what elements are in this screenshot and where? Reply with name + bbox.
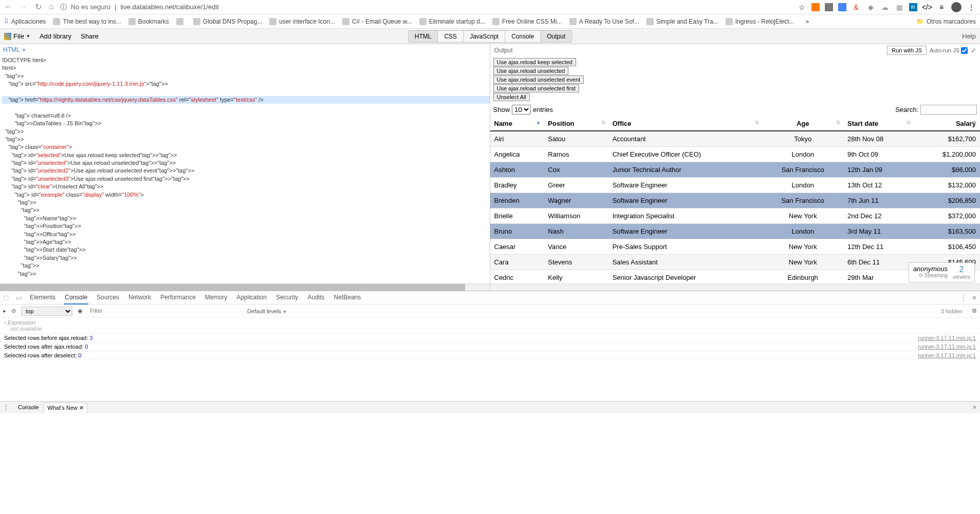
share-button[interactable]: Share bbox=[81, 32, 99, 40]
ext-icon-7[interactable]: ▦ bbox=[895, 3, 904, 12]
reload-button[interactable]: ↻ bbox=[35, 2, 42, 12]
bookmark-item[interactable]: Ingreso - RelojElect... bbox=[726, 18, 794, 25]
bookmark-overflow[interactable]: » bbox=[805, 18, 809, 25]
eye-icon[interactable]: ◉ bbox=[78, 308, 83, 314]
ext-icon-6[interactable]: ☁ bbox=[880, 3, 890, 12]
run-with-js-button[interactable]: Run with JS bbox=[887, 46, 927, 55]
other-bookmarks[interactable]: 📁 Otros marcadores bbox=[916, 18, 976, 25]
table-row[interactable]: AngelicaRamosChief Executive Officer (CE… bbox=[490, 147, 981, 162]
context-select[interactable]: top bbox=[21, 307, 72, 316]
url-bar[interactable]: ⓘ No es seguro | live.datatables.net/cal… bbox=[60, 3, 791, 12]
devtools-tab-netbeans[interactable]: NetBeans bbox=[333, 291, 362, 304]
console-input-area[interactable] bbox=[0, 360, 980, 401]
column-header[interactable]: Salary bbox=[914, 117, 980, 131]
back-button[interactable]: ← bbox=[4, 2, 12, 12]
drawer-tab[interactable]: Console bbox=[15, 403, 42, 413]
table-row[interactable]: AshtonCoxJunior Technical AuthorSan Fran… bbox=[490, 162, 981, 178]
settings-icon[interactable]: ⚙ bbox=[972, 308, 977, 314]
expression-bar[interactable]: › Expression not available bbox=[0, 318, 980, 334]
bookmark-item[interactable]: Free Online CSS Mi... bbox=[492, 18, 562, 25]
search-input[interactable] bbox=[920, 105, 977, 115]
star-icon[interactable]: ☆ bbox=[797, 3, 806, 12]
filter-input[interactable] bbox=[88, 307, 242, 315]
ext-icon-10[interactable]: ≡ bbox=[937, 3, 946, 12]
clear-console-icon[interactable]: ⊘ bbox=[11, 308, 16, 314]
devtools-tab-application[interactable]: Application bbox=[235, 291, 268, 304]
table-row[interactable]: CaraStevensSales AssistantNew York6th De… bbox=[490, 255, 981, 270]
ext-icon-3[interactable] bbox=[838, 3, 846, 11]
viewers-badge[interactable]: anonymous ⟳ Streaming 2 viewers bbox=[909, 262, 975, 282]
home-button[interactable]: ⌂ bbox=[49, 2, 54, 12]
autorun-checkbox[interactable]: Auto-run JS bbox=[930, 47, 968, 54]
column-header[interactable]: Position bbox=[544, 117, 608, 131]
file-menu[interactable]: File ▼ bbox=[4, 32, 30, 40]
code-pane-header[interactable]: HTML ▼ bbox=[0, 44, 490, 55]
demo-button[interactable]: Use ajax.reload unselected event bbox=[493, 75, 584, 84]
panel-tab-css[interactable]: CSS bbox=[438, 31, 464, 42]
forward-button[interactable]: → bbox=[20, 2, 28, 12]
output-scrollbar[interactable] bbox=[490, 283, 981, 291]
devtools-tab-performance[interactable]: Performance bbox=[159, 291, 197, 304]
devtools-tab-network[interactable]: Network bbox=[127, 291, 152, 304]
bookmark-item[interactable]: Eliminate startup d... bbox=[419, 18, 485, 25]
table-row[interactable]: BrielleWilliamsonIntegration SpecialistN… bbox=[490, 208, 981, 224]
panel-tab-output[interactable]: Output bbox=[541, 31, 571, 42]
bookmark-item[interactable] bbox=[176, 18, 186, 25]
bookmark-item[interactable]: Bookmarks bbox=[128, 18, 169, 25]
sidebar-toggle-icon[interactable]: ▸ bbox=[3, 308, 6, 314]
table-row[interactable]: AiriSatouAccountantTokyo28th Nov 08$162,… bbox=[490, 131, 981, 147]
table-row[interactable]: BrendenWagnerSoftware EngineerSan Franci… bbox=[490, 193, 981, 208]
bookmark-item[interactable]: C# - Email Queue w... bbox=[342, 18, 412, 25]
device-icon[interactable]: ▭ bbox=[16, 294, 22, 301]
inspect-icon[interactable]: ⬚ bbox=[3, 294, 9, 301]
code-editor[interactable]: !DOCTYPE html>html> "tag">> "tag"> src="… bbox=[0, 55, 490, 283]
devtools-tab-console[interactable]: Console bbox=[64, 291, 88, 304]
horizontal-scrollbar[interactable] bbox=[0, 283, 490, 291]
devtools-tab-audits[interactable]: Audits bbox=[306, 291, 325, 304]
demo-button[interactable]: Use ajax.reload unselected first bbox=[493, 84, 579, 92]
add-library-button[interactable]: Add library bbox=[40, 32, 71, 40]
fullscreen-icon[interactable]: ⤢ bbox=[971, 47, 976, 54]
devtools-tab-sources[interactable]: Sources bbox=[96, 291, 120, 304]
ext-icon-8[interactable]: in bbox=[909, 3, 917, 11]
levels-select[interactable]: Default levels ▼ bbox=[247, 308, 287, 314]
column-header[interactable]: Office bbox=[608, 117, 763, 131]
source-link[interactable]: runner-3.17.11.min.js:1 bbox=[918, 352, 976, 358]
devtools-menu-icon[interactable]: ⋮ bbox=[960, 294, 967, 301]
column-header[interactable]: Start date bbox=[843, 117, 914, 131]
ext-icon-4[interactable]: & bbox=[852, 3, 861, 12]
column-header[interactable]: Name bbox=[490, 117, 544, 131]
panel-tab-console[interactable]: Console bbox=[505, 31, 541, 42]
drawer-close-icon[interactable]: ✕ bbox=[972, 404, 977, 411]
demo-button[interactable]: Unselect All bbox=[493, 93, 530, 101]
ext-icon-9[interactable]: </> bbox=[922, 3, 932, 12]
bookmark-item[interactable]: Simple and Easy Tra... bbox=[646, 18, 718, 25]
menu-icon[interactable]: ⋮ bbox=[967, 3, 976, 12]
panel-tab-javascript[interactable]: JavaScript bbox=[464, 31, 505, 42]
source-link[interactable]: runner-3.17.11.min.js:1 bbox=[918, 344, 976, 350]
drawer-menu-icon[interactable]: ⋮ bbox=[3, 404, 9, 411]
table-row[interactable]: CedricKellySenior Javascript DeveloperEd… bbox=[490, 270, 981, 284]
length-select[interactable]: 10 bbox=[512, 105, 531, 115]
bookmark-item[interactable]: Global DNS Propag... bbox=[193, 18, 262, 25]
devtools-tab-security[interactable]: Security bbox=[275, 291, 299, 304]
devtools-tab-memory[interactable]: Memory bbox=[204, 291, 228, 304]
devtools-tab-elements[interactable]: Elements bbox=[29, 291, 57, 304]
panel-tab-html[interactable]: HTML bbox=[409, 31, 438, 42]
devtools-close-icon[interactable]: ✕ bbox=[972, 294, 977, 301]
demo-button[interactable]: Use ajax.reload unselected bbox=[493, 67, 569, 75]
help-link[interactable]: Help bbox=[962, 32, 976, 40]
ext-icon-5[interactable]: ◆ bbox=[866, 3, 875, 12]
info-icon[interactable]: ⓘ bbox=[60, 3, 67, 12]
bookmark-item[interactable]: The best way to ins... bbox=[53, 18, 121, 25]
ext-icon-1[interactable] bbox=[811, 3, 820, 11]
drawer-tab[interactable]: What's New ✕ bbox=[44, 403, 87, 413]
ext-icon-2[interactable] bbox=[825, 3, 833, 11]
bookmark-item[interactable]: user interface Icon... bbox=[269, 18, 335, 25]
source-link[interactable]: runner-3.17.11.min.js:1 bbox=[918, 335, 976, 341]
profile-avatar[interactable] bbox=[951, 2, 961, 12]
apps-button[interactable]: ⠿ Aplicaciones bbox=[4, 18, 46, 25]
table-row[interactable]: CaesarVancePre-Sales SupportNew York12th… bbox=[490, 239, 981, 255]
table-row[interactable]: BradleyGreerSoftware EngineerLondon13th … bbox=[490, 178, 981, 193]
close-tab-icon[interactable]: ✕ bbox=[79, 405, 84, 411]
